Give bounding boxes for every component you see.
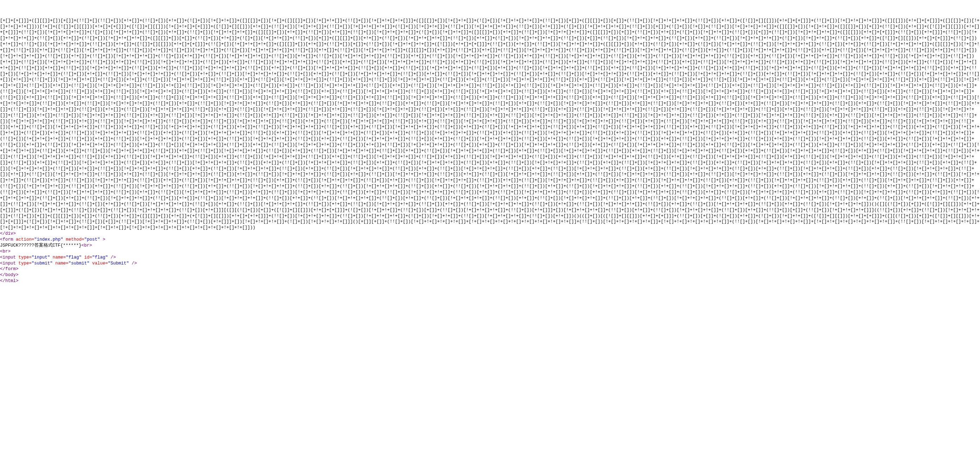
attr-id-flag-value: "flag": [92, 255, 108, 260]
tag-input-submit-open: <input: [0, 261, 16, 266]
tag-form-open-end: >: [100, 237, 105, 242]
attr-id-name: id=: [82, 255, 92, 260]
attr-type-submit-value: "submit": [32, 261, 52, 266]
attr-type-input-value: "input": [32, 255, 50, 260]
attr-method-value: "post": [84, 237, 100, 242]
tag-html-close: </html>: [0, 279, 19, 284]
tag-form-open: <form: [0, 237, 13, 242]
tag-input-flag-open: <input: [0, 255, 16, 260]
attr-method-name: method=: [63, 237, 84, 242]
tag-form-close: </form>: [0, 266, 19, 271]
attr-type-name-1: type=: [16, 255, 32, 260]
attr-name-name-2: name=: [52, 261, 68, 266]
hint-text: JSPFUCK??????答案格式CTF{******}: [0, 243, 81, 248]
attr-name-flag-value: "flag": [66, 255, 82, 260]
tag-div-close: </div>: [0, 231, 16, 236]
tag-input-submit-close: />: [129, 261, 137, 266]
tag-br-1: <br>: [81, 243, 92, 248]
tag-body-close: </body>: [0, 273, 19, 277]
attr-value-submit-value: "Submit": [108, 261, 129, 266]
attr-action-value: "index.php": [34, 237, 64, 242]
tag-input-flag-close: />: [108, 255, 116, 260]
jsfuck-payload: [+[]+[+[]]]+([][[]]+[])[+[]]+(!![]+[](!!…: [0, 18, 980, 231]
attr-value-name: value=: [89, 261, 108, 266]
tag-br-2: <br>: [0, 249, 11, 254]
attr-action-name: action=: [13, 237, 34, 242]
attr-name-submit-value: "submit": [68, 261, 89, 266]
attr-type-name-2: type=: [16, 261, 32, 266]
attr-name-name-1: name=: [50, 255, 66, 260]
